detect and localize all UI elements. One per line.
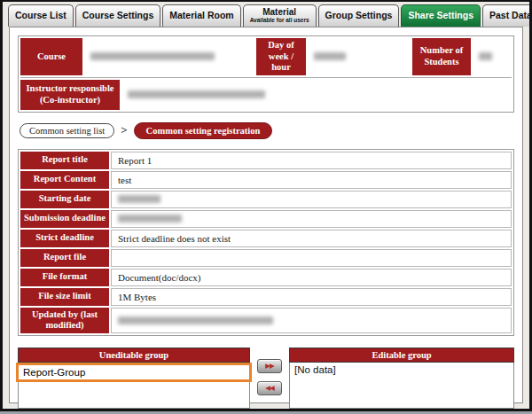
group-transfer-section: Uneditable group Report-Group ▶▶ ◀◀ Edit… — [18, 348, 514, 409]
annotation-highlight-box: Report-Group — [16, 363, 252, 382]
tab-label: Course List — [15, 11, 66, 20]
tab-sublabel: Available for all users — [250, 18, 309, 24]
app-window: Course List Course Settings Material Roo… — [0, 0, 532, 411]
tab-label: Group Settings — [325, 11, 393, 20]
chevron-right-icon: > — [121, 123, 127, 137]
uneditable-group-listbox[interactable]: Report-Group — [18, 363, 250, 409]
redacted-text — [118, 316, 273, 324]
content-panel: Course Day of week / hour Number of Stud… — [9, 27, 523, 403]
day-of-week-value-redacted — [308, 38, 411, 75]
course-info-row-1: Course Day of week / hour Number of Stud… — [20, 38, 512, 78]
table-row: Report file — [20, 249, 512, 267]
number-of-students-value-redacted — [473, 38, 512, 75]
tab-label: Course Settings — [82, 11, 154, 20]
tab-bar: Course List Course Settings Material Roo… — [3, 2, 529, 27]
course-info-row-2: Instructor responsible (Co-instructor) — [20, 78, 512, 110]
transfer-buttons: ▶▶ ◀◀ — [250, 348, 289, 395]
report-content-label: Report Content — [20, 171, 109, 189]
table-row: Report title Report 1 — [20, 152, 512, 169]
redacted-text — [118, 215, 182, 223]
course-label: Course — [20, 38, 82, 75]
table-row: Report Content test — [20, 171, 512, 189]
file-format-label: File format — [20, 269, 109, 286]
course-info-table: Course Day of week / hour Number of Stud… — [18, 35, 514, 113]
updated-by-label: Updated by (last modified) — [20, 308, 109, 333]
instructor-label: Instructor responsible (Co-instructor) — [20, 80, 120, 110]
redacted-text — [314, 52, 346, 60]
common-setting-registration-badge: Common setting registration — [134, 122, 273, 139]
breadcrumb: Common setting list > Common setting reg… — [20, 122, 514, 139]
starting-date-label: Starting date — [20, 191, 109, 208]
report-file-value — [111, 249, 512, 267]
tab-past-data[interactable]: Past Data — [482, 4, 532, 27]
instructor-value-redacted — [121, 80, 512, 110]
updated-by-value-redacted — [111, 308, 512, 333]
file-format-value: Document(doc/docx) — [111, 269, 512, 286]
uneditable-group-panel: Uneditable group Report-Group — [18, 348, 250, 409]
tab-material-room[interactable]: Material Room — [162, 4, 240, 27]
double-arrow-left-icon: ◀◀ — [265, 384, 274, 392]
uneditable-group-header: Uneditable group — [18, 348, 250, 363]
redacted-text — [90, 52, 215, 60]
report-content-value: test — [111, 171, 512, 189]
redacted-text — [118, 195, 160, 203]
editable-group-listbox[interactable]: [No data] — [289, 363, 514, 409]
table-row: Strict deadline Strict deadline does not… — [20, 230, 512, 247]
redacted-text — [479, 52, 492, 60]
report-title-label: Report title — [20, 152, 109, 169]
tab-label: Material Room — [169, 11, 233, 20]
strict-deadline-value: Strict deadline does not exist — [111, 230, 512, 247]
table-row: File format Document(doc/docx) — [20, 269, 512, 286]
tab-label: Share Settings — [408, 11, 473, 20]
file-size-limit-label: File size limit — [20, 288, 109, 306]
list-item[interactable]: Report-Group — [19, 365, 249, 379]
day-of-week-label: Day of week / hour — [256, 38, 306, 75]
tab-course-list[interactable]: Course List — [8, 4, 74, 27]
submission-deadline-value-redacted — [111, 210, 512, 228]
tab-share-settings[interactable]: Share Settings — [401, 4, 481, 27]
move-left-button[interactable]: ◀◀ — [257, 381, 282, 395]
table-row: Submission deadline — [20, 210, 512, 228]
submission-deadline-label: Submission deadline — [20, 210, 109, 228]
redacted-text — [128, 90, 265, 98]
editable-group-panel: Editable group [No data] — [289, 348, 514, 409]
common-setting-list-button[interactable]: Common setting list — [20, 123, 114, 138]
table-row: Updated by (last modified) — [20, 308, 512, 333]
strict-deadline-label: Strict deadline — [20, 230, 109, 247]
no-data-placeholder: [No data] — [290, 363, 513, 377]
report-title-value: Report 1 — [111, 152, 512, 169]
course-value-redacted — [84, 38, 254, 75]
move-right-button[interactable]: ▶▶ — [257, 359, 282, 373]
editable-group-header: Editable group — [289, 348, 514, 363]
tab-group-settings[interactable]: Group Settings — [318, 4, 400, 27]
tab-material[interactable]: Material Available for all users — [243, 4, 317, 27]
number-of-students-label: Number of Students — [412, 38, 471, 75]
table-row: File size limit 1M Bytes — [20, 288, 512, 306]
double-arrow-right-icon: ▶▶ — [265, 362, 274, 370]
tab-course-settings[interactable]: Course Settings — [75, 4, 161, 27]
table-row: Starting date — [20, 191, 512, 208]
report-detail-table: Report title Report 1 Report Content tes… — [18, 149, 514, 336]
starting-date-value-redacted — [111, 191, 512, 208]
report-file-label: Report file — [20, 249, 109, 267]
file-size-limit-value: 1M Bytes — [111, 288, 512, 306]
tab-label: Past Data — [489, 11, 532, 20]
